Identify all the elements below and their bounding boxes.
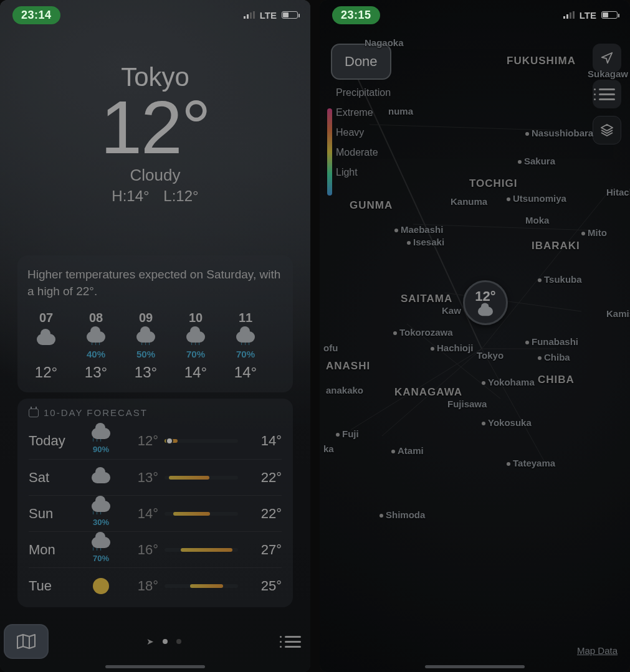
forecast-description: Higher temperatures expected on Saturday… — [27, 267, 283, 300]
map-label: anakako — [326, 385, 363, 395]
status-right: LTE — [563, 10, 618, 21]
home-indicator[interactable] — [425, 665, 525, 668]
cloud-rain-icon: ╵╵╵ — [136, 331, 155, 348]
weather-hero: Tokyo 12° Cloudy H:14° L:12° — [0, 62, 310, 205]
done-button[interactable]: Done — [331, 44, 391, 80]
high-temp: 22° — [244, 470, 282, 486]
map-label: Yokohama — [482, 377, 535, 387]
hourly-item[interactable]: 09╵╵╵50%13° — [127, 311, 165, 381]
map-label: Fujisawa — [447, 399, 487, 409]
map-icon — [17, 633, 36, 650]
daily-forecast-title: 10-DAY FORECAST — [44, 407, 148, 418]
hour-label: 12 — [277, 311, 283, 325]
page-dot[interactable] — [163, 639, 168, 644]
map-label: Tateyama — [507, 458, 555, 468]
map-label: IBARAKI — [532, 240, 580, 252]
hourly-row[interactable]: 0712°08╵╵╵40%13°09╵╵╵50%13°10╵╵╵70%14°11… — [27, 311, 283, 381]
day-label: Mon — [29, 542, 77, 558]
network-label: LTE — [260, 10, 277, 21]
legend-scale — [327, 108, 332, 196]
hour-label: 10 — [177, 311, 214, 325]
legend-title: Precipitation — [336, 87, 391, 98]
hourly-forecast-card[interactable]: Higher temperatures expected on Saturday… — [17, 255, 293, 392]
status-right: LTE — [244, 10, 298, 21]
cloud-icon — [37, 334, 55, 345]
temp-range-bar — [165, 512, 238, 516]
map-label: SAITAMA — [401, 293, 452, 305]
status-time-pill[interactable]: 23:14 — [12, 6, 60, 24]
hourly-item[interactable]: 11╵╵╵70%14° — [227, 311, 264, 381]
map-label: Fuji — [336, 428, 359, 439]
layers-button[interactable] — [593, 116, 621, 144]
list-button[interactable] — [593, 80, 621, 108]
cloud-rain-icon: ╵╵╵ — [87, 331, 105, 348]
temp-range-bar — [165, 439, 238, 443]
tokyo-weather-badge[interactable]: 12° — [463, 280, 508, 325]
day-label: Tue — [29, 578, 77, 594]
daily-row[interactable]: Today╵╵╵90%12°14° — [29, 423, 282, 459]
map-label: Tsukuba — [538, 274, 582, 285]
signal-icon — [244, 11, 255, 19]
signal-icon — [563, 11, 575, 19]
bottom-bar: ➤ — [0, 620, 310, 663]
svg-line-2 — [482, 349, 544, 461]
daily-row[interactable]: Tue18°25° — [29, 567, 282, 603]
daily-row[interactable]: Sat13°22° — [29, 459, 282, 495]
hourly-item[interactable]: 0712° — [27, 311, 65, 381]
map-label: Sukagaw — [588, 69, 628, 79]
daily-list: Today╵╵╵90%12°14°Sat13°22°Sun╵╵╵30%14°22… — [29, 423, 282, 603]
daily-forecast-card[interactable]: 10-DAY FORECAST Today╵╵╵90%12°14°Sat13°2… — [17, 399, 293, 607]
location-arrow-icon: ➤ — [146, 637, 154, 646]
map-label: Tokorozawa — [393, 327, 453, 338]
legend-level: Extreme — [336, 107, 391, 118]
map-button[interactable] — [4, 624, 49, 659]
map-label: ka — [323, 443, 334, 454]
cloud-icon — [92, 472, 110, 483]
status-bar: 23:15 LTE — [320, 0, 630, 30]
cloud-rain-icon: ╵╵╵ — [92, 537, 110, 554]
low-temp: 18° — [125, 578, 158, 594]
cloud-icon — [478, 307, 493, 316]
precip-pct: 70% — [177, 349, 214, 360]
list-icon — [599, 85, 615, 103]
map-label: Sakura — [518, 156, 555, 166]
low-temp: 16° — [125, 542, 158, 558]
hourly-item[interactable]: 12╵╵╵70%14° — [277, 311, 283, 381]
high-temp: 22° — [244, 506, 282, 522]
precip-pct: 40% — [77, 349, 115, 360]
home-indicator[interactable] — [105, 665, 205, 668]
daily-row[interactable]: Sun╵╵╵30%14°22° — [29, 495, 282, 531]
high-label: H:14° — [112, 187, 149, 204]
hour-label: 11 — [227, 311, 264, 325]
temp-range-bar — [165, 584, 238, 588]
hourly-item[interactable]: 10╵╵╵70%14° — [177, 311, 214, 381]
hour-temp: 12° — [27, 364, 65, 381]
precip-pct: 70% — [227, 349, 264, 360]
cloud-rain-icon: ╵╵╵ — [186, 331, 205, 348]
status-time-pill[interactable]: 23:15 — [332, 6, 380, 24]
hourly-item[interactable]: 08╵╵╵40%13° — [77, 311, 115, 381]
condition-label: Cloudy — [0, 166, 310, 185]
status-bar: 23:14 LTE — [0, 0, 310, 30]
precip-pct: 50% — [127, 349, 165, 360]
page-dot[interactable] — [176, 639, 181, 644]
map-controls — [593, 44, 621, 144]
cloud-rain-icon: ╵╵╵ — [236, 331, 255, 348]
hour-temp: 14° — [177, 364, 214, 381]
low-label: L:12° — [163, 187, 198, 204]
battery-icon — [282, 11, 298, 19]
low-temp: 14° — [125, 506, 158, 522]
hour-label: 08 — [77, 311, 115, 325]
map-label: Kanuma — [451, 196, 487, 207]
locations-list-button[interactable] — [279, 628, 307, 655]
page-indicator[interactable]: ➤ — [146, 637, 181, 646]
precipitation-legend: Precipitation ExtremeHeavyModerateLight — [336, 87, 391, 187]
daily-forecast-header: 10-DAY FORECAST — [29, 407, 282, 418]
map-label: FUKUSHIMA — [507, 55, 576, 67]
map-data-link[interactable]: Map Data — [577, 645, 618, 656]
daily-row[interactable]: Mon╵╵╵70%16°27° — [29, 531, 282, 567]
location-arrow-icon — [600, 51, 614, 65]
map-label: ofu — [323, 343, 338, 353]
map-label: numa — [388, 106, 413, 116]
map-label: Maebashi — [394, 224, 443, 235]
